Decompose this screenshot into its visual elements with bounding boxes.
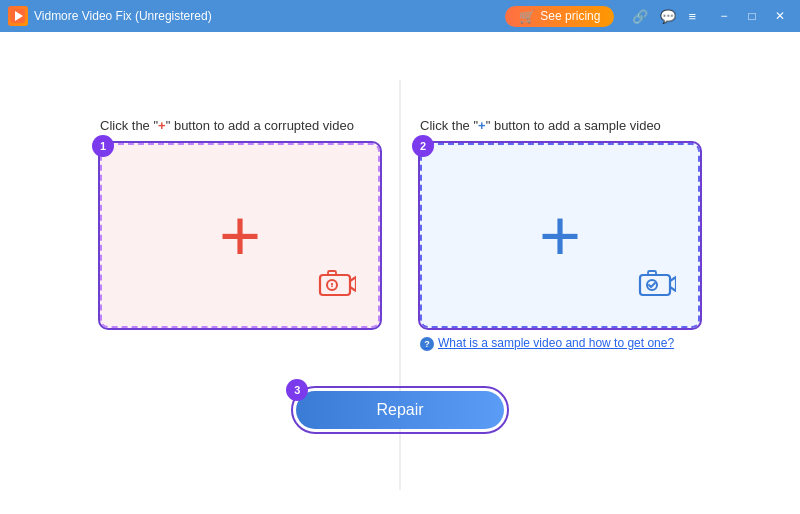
maximize-button[interactable]: □ xyxy=(740,4,764,28)
right-label-before: Click the " xyxy=(420,118,478,133)
svg-rect-9 xyxy=(648,271,656,275)
left-label-before: Click the " xyxy=(100,118,158,133)
step-badge-1: 1 xyxy=(92,135,114,157)
cart-icon: 🛒 xyxy=(519,9,535,24)
left-panel-label: Click the "+" button to add a corrupted … xyxy=(100,118,354,133)
right-label-plus: + xyxy=(478,118,486,133)
left-label-after: " button to add a corrupted video xyxy=(166,118,354,133)
question-icon: ? xyxy=(420,337,434,351)
menu-icon[interactable]: ≡ xyxy=(684,7,700,26)
see-pricing-button[interactable]: 🛒 See pricing xyxy=(505,6,614,27)
main-content: Click the "+" button to add a corrupted … xyxy=(0,32,800,514)
sample-video-help-link[interactable]: ? What is a sample video and how to get … xyxy=(420,336,674,351)
sample-video-drop-zone[interactable]: 2 + xyxy=(420,143,700,328)
repair-section: 3 Repair xyxy=(296,391,503,429)
sample-camera-icon xyxy=(638,267,676,304)
repair-btn-wrapper: 3 Repair xyxy=(296,391,503,429)
repair-button[interactable]: Repair xyxy=(296,391,503,429)
svg-rect-2 xyxy=(320,275,350,295)
titlebar-icons: 🔗 💬 ≡ xyxy=(628,7,700,26)
svg-rect-6 xyxy=(328,271,336,275)
titlebar-left: Vidmore Video Fix (Unregistered) xyxy=(8,6,212,26)
step-badge-2: 2 xyxy=(412,135,434,157)
left-label-plus: + xyxy=(158,118,166,133)
titlebar: Vidmore Video Fix (Unregistered) 🛒 See p… xyxy=(0,0,800,32)
right-panel: Click the "+" button to add a sample vid… xyxy=(420,118,700,351)
chat-icon[interactable]: 💬 xyxy=(656,7,680,26)
svg-rect-7 xyxy=(640,275,670,295)
titlebar-title: Vidmore Video Fix (Unregistered) xyxy=(34,9,212,23)
left-panel: Click the "+" button to add a corrupted … xyxy=(100,118,380,328)
minimize-button[interactable]: − xyxy=(712,4,736,28)
sample-video-help-text: What is a sample video and how to get on… xyxy=(438,336,674,350)
right-panel-label: Click the "+" button to add a sample vid… xyxy=(420,118,661,133)
corrupted-camera-icon xyxy=(318,267,356,304)
step-badge-3: 3 xyxy=(286,379,308,401)
svg-point-5 xyxy=(331,285,333,287)
corrupted-video-drop-zone[interactable]: 1 + xyxy=(100,143,380,328)
close-button[interactable]: ✕ xyxy=(768,4,792,28)
right-label-after: " button to add a sample video xyxy=(486,118,661,133)
app-logo xyxy=(8,6,28,26)
link-icon[interactable]: 🔗 xyxy=(628,7,652,26)
see-pricing-label: See pricing xyxy=(540,9,600,23)
